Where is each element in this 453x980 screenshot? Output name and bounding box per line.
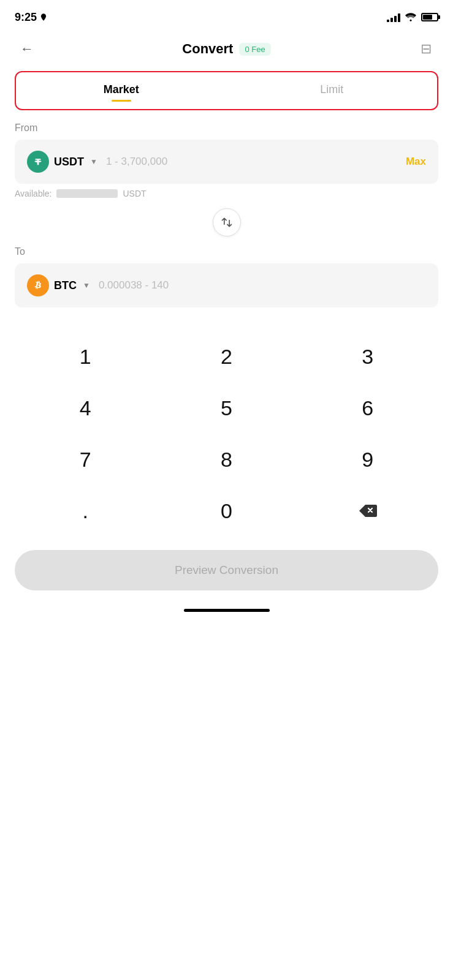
to-currency-row: BTC ▼ 0.000038 - 140 xyxy=(15,263,438,307)
max-button[interactable]: Max xyxy=(406,156,426,168)
key-0[interactable]: 0 xyxy=(156,486,297,535)
help-icon: ⊟ xyxy=(421,41,432,57)
home-bar xyxy=(184,609,270,612)
from-range: 1 - 3,700,000 xyxy=(106,156,397,168)
fee-badge: 0 Fee xyxy=(239,43,270,56)
from-currency-name: USDT xyxy=(54,156,84,168)
swap-container xyxy=(0,208,453,236)
key-2[interactable]: 2 xyxy=(156,332,297,381)
time-label: 9:25 xyxy=(15,11,37,24)
btc-icon xyxy=(27,274,49,296)
preview-btn-container: Preview Conversion xyxy=(0,540,453,603)
help-button[interactable]: ⊟ xyxy=(414,37,438,61)
to-currency-selector[interactable]: BTC ▼ xyxy=(27,274,90,296)
numpad: 1 2 3 4 5 6 7 8 9 . 0 xyxy=(0,332,453,535)
key-9[interactable]: 9 xyxy=(297,435,438,484)
key-dot[interactable]: . xyxy=(15,486,156,535)
key-1[interactable]: 1 xyxy=(15,332,156,381)
swap-icon xyxy=(221,216,233,228)
to-label: To xyxy=(15,246,438,257)
numpad-row-3: 7 8 9 xyxy=(15,435,438,484)
to-dropdown-arrow: ▼ xyxy=(83,281,90,290)
tab-market[interactable]: Market xyxy=(16,72,227,109)
preview-conversion-button[interactable]: Preview Conversion xyxy=(15,550,438,590)
usdt-icon xyxy=(27,151,49,173)
backspace-icon xyxy=(359,504,377,518)
available-amount-blurred xyxy=(56,189,118,198)
tab-limit[interactable]: Limit xyxy=(227,72,438,109)
home-indicator xyxy=(0,603,453,622)
status-icons xyxy=(387,12,438,22)
key-7[interactable]: 7 xyxy=(15,435,156,484)
battery-icon xyxy=(421,13,438,21)
available-currency: USDT xyxy=(123,189,146,198)
location-icon xyxy=(39,13,48,21)
numpad-row-2: 4 5 6 xyxy=(15,383,438,432)
to-currency-name: BTC xyxy=(54,279,77,292)
tab-market-label: Market xyxy=(104,83,139,96)
available-row: Available: USDT xyxy=(15,189,438,198)
back-button[interactable]: ← xyxy=(15,37,39,61)
back-arrow-icon: ← xyxy=(20,41,34,57)
key-3[interactable]: 3 xyxy=(297,332,438,381)
from-dropdown-arrow: ▼ xyxy=(90,157,97,166)
status-time: 9:25 xyxy=(15,11,48,24)
key-8[interactable]: 8 xyxy=(156,435,297,484)
from-currency-row: USDT ▼ 1 - 3,700,000 Max xyxy=(15,140,438,184)
key-5[interactable]: 5 xyxy=(156,383,297,432)
tab-limit-label: Limit xyxy=(320,83,343,96)
from-label: From xyxy=(15,123,438,134)
header-center: Convert 0 Fee xyxy=(182,41,270,57)
to-range: 0.000038 - 140 xyxy=(99,279,426,292)
tab-switcher: Market Limit xyxy=(15,71,438,110)
tab-active-indicator xyxy=(112,100,131,102)
svg-point-0 xyxy=(410,20,412,21)
page-title: Convert xyxy=(182,41,233,57)
numpad-row-1: 1 2 3 xyxy=(15,332,438,381)
key-backspace[interactable] xyxy=(297,486,438,535)
swap-button[interactable] xyxy=(213,208,241,236)
signal-icon xyxy=(387,12,400,22)
status-bar: 9:25 xyxy=(0,0,453,31)
from-currency-selector[interactable]: USDT ▼ xyxy=(27,151,97,173)
wifi-icon xyxy=(405,13,416,21)
numpad-row-4: . 0 xyxy=(15,486,438,535)
key-4[interactable]: 4 xyxy=(15,383,156,432)
available-label: Available: xyxy=(15,189,51,198)
key-6[interactable]: 6 xyxy=(297,383,438,432)
svg-point-1 xyxy=(31,278,45,293)
header: ← Convert 0 Fee ⊟ xyxy=(0,31,453,71)
